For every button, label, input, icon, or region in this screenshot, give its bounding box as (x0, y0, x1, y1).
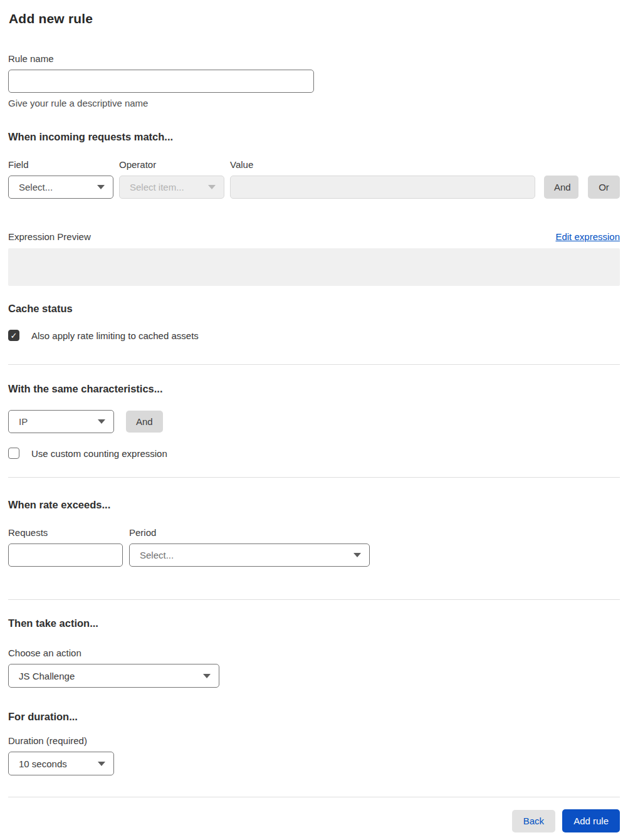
operator-select-value: Select item... (130, 182, 184, 192)
operator-select: Select item... (119, 176, 224, 199)
action-label: Choose an action (8, 648, 620, 658)
add-rule-form: Add new rule Rule name Give your rule a … (0, 0, 628, 832)
divider (8, 364, 620, 365)
duration-select[interactable]: 10 seconds (8, 752, 114, 775)
match-section: When incoming requests match... Field Se… (8, 131, 620, 199)
rule-name-label: Rule name (8, 53, 314, 64)
edit-expression-link[interactable]: Edit expression (555, 231, 620, 242)
value-label: Value (230, 159, 535, 170)
divider (8, 797, 620, 797)
action-select-value: JS Challenge (19, 671, 75, 681)
duration-heading: For duration... (8, 711, 620, 723)
cache-status-section: Cache status ✓ Also apply rate limiting … (8, 303, 620, 341)
value-input (230, 176, 535, 199)
field-column: Field Select... (8, 159, 113, 199)
field-select-value: Select... (19, 182, 53, 192)
custom-counting-checkbox[interactable] (8, 448, 19, 459)
requests-label: Requests (8, 527, 123, 538)
chevron-down-icon (203, 674, 211, 678)
cached-assets-checkbox-label: Also apply rate limiting to cached asset… (31, 330, 199, 341)
chevron-down-icon (208, 185, 216, 189)
chevron-down-icon (97, 185, 105, 189)
custom-counting-row: Use custom counting expression (8, 448, 620, 459)
action-select[interactable]: JS Challenge (8, 664, 219, 688)
checkmark-icon: ✓ (11, 332, 18, 340)
or-button[interactable]: Or (588, 176, 620, 199)
chevron-down-icon (98, 419, 105, 424)
expression-header: Expression Preview Edit expression (8, 231, 620, 242)
expression-preview-box (8, 248, 620, 286)
action-heading: Then take action... (8, 617, 620, 629)
chevron-down-icon (353, 553, 361, 557)
divider (8, 477, 620, 478)
period-select[interactable]: Select... (129, 543, 370, 567)
duration-section: For duration... Duration (required) 10 s… (8, 711, 620, 775)
rule-name-input[interactable] (8, 70, 314, 93)
characteristic-select[interactable]: IP (8, 410, 114, 433)
characteristics-and-button[interactable]: And (126, 411, 163, 433)
field-select[interactable]: Select... (8, 176, 113, 199)
rule-name-group: Rule name Give your rule a descriptive n… (8, 53, 314, 108)
characteristic-select-value: IP (19, 416, 28, 427)
expression-preview-label: Expression Preview (8, 231, 91, 242)
add-rule-button[interactable]: Add rule (562, 809, 620, 832)
chevron-down-icon (98, 762, 105, 766)
rate-section: When rate exceeds... Requests Period Sel… (8, 499, 620, 567)
requests-column: Requests (8, 527, 123, 567)
cache-checkbox-row: ✓ Also apply rate limiting to cached ass… (8, 330, 620, 341)
requests-input[interactable] (8, 543, 123, 567)
characteristics-row: IP And (8, 410, 620, 433)
period-select-value: Select... (140, 550, 174, 560)
rule-name-helper: Give your rule a descriptive name (8, 98, 314, 108)
value-column: Value (230, 159, 535, 199)
custom-counting-checkbox-label: Use custom counting expression (31, 448, 167, 459)
field-label: Field (8, 159, 113, 170)
duration-label: Duration (required) (8, 735, 620, 746)
cached-assets-checkbox[interactable]: ✓ (8, 330, 19, 341)
match-controls-row: Field Select... Operator Select item... … (8, 159, 620, 199)
period-column: Period Select... (129, 527, 370, 567)
divider (8, 599, 620, 600)
page-title: Add new rule (9, 11, 620, 26)
duration-select-value: 10 seconds (19, 759, 67, 769)
expression-section: Expression Preview Edit expression (8, 231, 620, 286)
operator-column: Operator Select item... (119, 159, 224, 199)
and-button[interactable]: And (544, 176, 578, 199)
characteristics-section: With the same characteristics... IP And … (8, 383, 620, 459)
cache-status-heading: Cache status (8, 303, 620, 315)
action-section: Then take action... Choose an action JS … (8, 617, 620, 688)
rate-heading: When rate exceeds... (8, 499, 620, 511)
period-label: Period (129, 527, 370, 538)
rate-controls-row: Requests Period Select... (8, 527, 620, 567)
characteristics-heading: With the same characteristics... (8, 383, 620, 395)
form-footer: Back Add rule (8, 809, 620, 832)
back-button[interactable]: Back (512, 810, 555, 832)
operator-label: Operator (119, 159, 224, 170)
match-heading: When incoming requests match... (8, 131, 620, 143)
